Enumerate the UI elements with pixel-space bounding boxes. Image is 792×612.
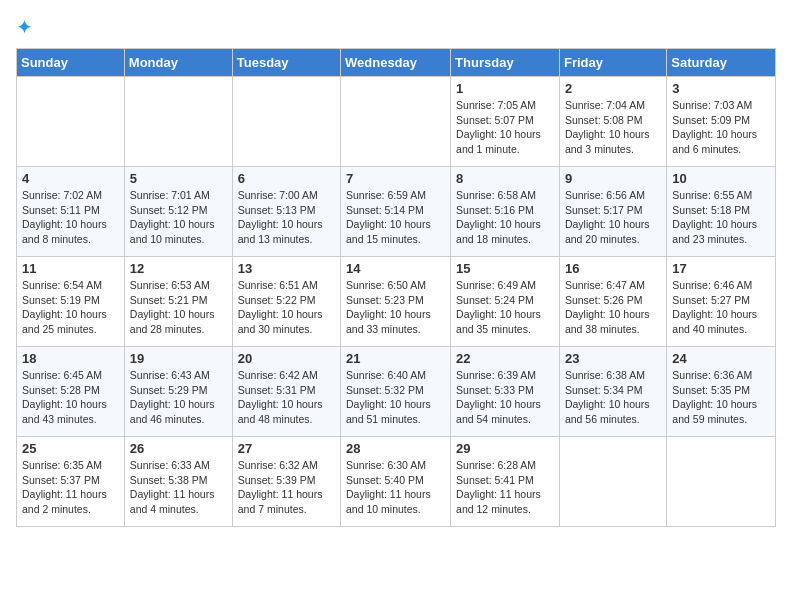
day-header-friday: Friday xyxy=(559,49,666,77)
day-info: Sunrise: 6:30 AM Sunset: 5:40 PM Dayligh… xyxy=(346,458,445,517)
day-number: 28 xyxy=(346,441,445,456)
day-number: 17 xyxy=(672,261,770,276)
svg-text:✦: ✦ xyxy=(16,16,33,38)
calendar-cell: 21Sunrise: 6:40 AM Sunset: 5:32 PM Dayli… xyxy=(341,347,451,437)
day-number: 26 xyxy=(130,441,227,456)
page-container: ✦ SundayMondayTuesdayWednesdayThursdayFr… xyxy=(0,0,792,535)
day-info: Sunrise: 7:01 AM Sunset: 5:12 PM Dayligh… xyxy=(130,188,227,247)
calendar-cell xyxy=(559,437,666,527)
day-number: 2 xyxy=(565,81,661,96)
day-info: Sunrise: 6:49 AM Sunset: 5:24 PM Dayligh… xyxy=(456,278,554,337)
day-header-monday: Monday xyxy=(124,49,232,77)
day-header-tuesday: Tuesday xyxy=(232,49,340,77)
calendar-cell: 25Sunrise: 6:35 AM Sunset: 5:37 PM Dayli… xyxy=(17,437,125,527)
day-number: 13 xyxy=(238,261,335,276)
day-number: 4 xyxy=(22,171,119,186)
day-info: Sunrise: 6:58 AM Sunset: 5:16 PM Dayligh… xyxy=(456,188,554,247)
day-info: Sunrise: 6:33 AM Sunset: 5:38 PM Dayligh… xyxy=(130,458,227,517)
day-info: Sunrise: 6:28 AM Sunset: 5:41 PM Dayligh… xyxy=(456,458,554,517)
calendar-week-2: 4Sunrise: 7:02 AM Sunset: 5:11 PM Daylig… xyxy=(17,167,776,257)
day-number: 29 xyxy=(456,441,554,456)
day-info: Sunrise: 6:46 AM Sunset: 5:27 PM Dayligh… xyxy=(672,278,770,337)
day-number: 20 xyxy=(238,351,335,366)
calendar: SundayMondayTuesdayWednesdayThursdayFrid… xyxy=(16,48,776,527)
day-header-wednesday: Wednesday xyxy=(341,49,451,77)
calendar-cell: 18Sunrise: 6:45 AM Sunset: 5:28 PM Dayli… xyxy=(17,347,125,437)
calendar-cell: 3Sunrise: 7:03 AM Sunset: 5:09 PM Daylig… xyxy=(667,77,776,167)
day-header-sunday: Sunday xyxy=(17,49,125,77)
day-number: 7 xyxy=(346,171,445,186)
day-number: 11 xyxy=(22,261,119,276)
calendar-cell: 14Sunrise: 6:50 AM Sunset: 5:23 PM Dayli… xyxy=(341,257,451,347)
calendar-cell: 19Sunrise: 6:43 AM Sunset: 5:29 PM Dayli… xyxy=(124,347,232,437)
day-number: 21 xyxy=(346,351,445,366)
day-info: Sunrise: 6:39 AM Sunset: 5:33 PM Dayligh… xyxy=(456,368,554,427)
calendar-week-1: 1Sunrise: 7:05 AM Sunset: 5:07 PM Daylig… xyxy=(17,77,776,167)
day-number: 24 xyxy=(672,351,770,366)
calendar-cell: 27Sunrise: 6:32 AM Sunset: 5:39 PM Dayli… xyxy=(232,437,340,527)
day-header-saturday: Saturday xyxy=(667,49,776,77)
calendar-cell: 24Sunrise: 6:36 AM Sunset: 5:35 PM Dayli… xyxy=(667,347,776,437)
calendar-cell: 29Sunrise: 6:28 AM Sunset: 5:41 PM Dayli… xyxy=(451,437,560,527)
day-info: Sunrise: 7:03 AM Sunset: 5:09 PM Dayligh… xyxy=(672,98,770,157)
calendar-cell: 11Sunrise: 6:54 AM Sunset: 5:19 PM Dayli… xyxy=(17,257,125,347)
calendar-cell: 6Sunrise: 7:00 AM Sunset: 5:13 PM Daylig… xyxy=(232,167,340,257)
calendar-cell: 16Sunrise: 6:47 AM Sunset: 5:26 PM Dayli… xyxy=(559,257,666,347)
day-number: 8 xyxy=(456,171,554,186)
calendar-week-5: 25Sunrise: 6:35 AM Sunset: 5:37 PM Dayli… xyxy=(17,437,776,527)
day-number: 9 xyxy=(565,171,661,186)
day-number: 5 xyxy=(130,171,227,186)
calendar-cell: 23Sunrise: 6:38 AM Sunset: 5:34 PM Dayli… xyxy=(559,347,666,437)
calendar-cell xyxy=(17,77,125,167)
day-info: Sunrise: 7:05 AM Sunset: 5:07 PM Dayligh… xyxy=(456,98,554,157)
calendar-cell: 8Sunrise: 6:58 AM Sunset: 5:16 PM Daylig… xyxy=(451,167,560,257)
calendar-cell: 26Sunrise: 6:33 AM Sunset: 5:38 PM Dayli… xyxy=(124,437,232,527)
day-number: 14 xyxy=(346,261,445,276)
day-info: Sunrise: 7:04 AM Sunset: 5:08 PM Dayligh… xyxy=(565,98,661,157)
calendar-cell: 12Sunrise: 6:53 AM Sunset: 5:21 PM Dayli… xyxy=(124,257,232,347)
day-info: Sunrise: 6:36 AM Sunset: 5:35 PM Dayligh… xyxy=(672,368,770,427)
header: ✦ xyxy=(16,16,776,40)
calendar-cell: 4Sunrise: 7:02 AM Sunset: 5:11 PM Daylig… xyxy=(17,167,125,257)
calendar-cell: 28Sunrise: 6:30 AM Sunset: 5:40 PM Dayli… xyxy=(341,437,451,527)
calendar-cell: 20Sunrise: 6:42 AM Sunset: 5:31 PM Dayli… xyxy=(232,347,340,437)
day-number: 10 xyxy=(672,171,770,186)
calendar-cell: 22Sunrise: 6:39 AM Sunset: 5:33 PM Dayli… xyxy=(451,347,560,437)
day-number: 22 xyxy=(456,351,554,366)
day-info: Sunrise: 6:55 AM Sunset: 5:18 PM Dayligh… xyxy=(672,188,770,247)
day-number: 19 xyxy=(130,351,227,366)
calendar-week-3: 11Sunrise: 6:54 AM Sunset: 5:19 PM Dayli… xyxy=(17,257,776,347)
calendar-cell: 17Sunrise: 6:46 AM Sunset: 5:27 PM Dayli… xyxy=(667,257,776,347)
calendar-cell: 5Sunrise: 7:01 AM Sunset: 5:12 PM Daylig… xyxy=(124,167,232,257)
day-number: 27 xyxy=(238,441,335,456)
day-number: 25 xyxy=(22,441,119,456)
calendar-cell: 15Sunrise: 6:49 AM Sunset: 5:24 PM Dayli… xyxy=(451,257,560,347)
logo-icon: ✦ xyxy=(16,16,40,40)
day-info: Sunrise: 6:59 AM Sunset: 5:14 PM Dayligh… xyxy=(346,188,445,247)
logo: ✦ xyxy=(16,16,44,40)
day-info: Sunrise: 6:43 AM Sunset: 5:29 PM Dayligh… xyxy=(130,368,227,427)
calendar-cell: 7Sunrise: 6:59 AM Sunset: 5:14 PM Daylig… xyxy=(341,167,451,257)
day-info: Sunrise: 6:53 AM Sunset: 5:21 PM Dayligh… xyxy=(130,278,227,337)
day-number: 1 xyxy=(456,81,554,96)
calendar-cell: 9Sunrise: 6:56 AM Sunset: 5:17 PM Daylig… xyxy=(559,167,666,257)
calendar-cell: 1Sunrise: 7:05 AM Sunset: 5:07 PM Daylig… xyxy=(451,77,560,167)
day-info: Sunrise: 6:42 AM Sunset: 5:31 PM Dayligh… xyxy=(238,368,335,427)
calendar-cell: 10Sunrise: 6:55 AM Sunset: 5:18 PM Dayli… xyxy=(667,167,776,257)
day-info: Sunrise: 6:51 AM Sunset: 5:22 PM Dayligh… xyxy=(238,278,335,337)
calendar-header-row: SundayMondayTuesdayWednesdayThursdayFrid… xyxy=(17,49,776,77)
day-info: Sunrise: 6:40 AM Sunset: 5:32 PM Dayligh… xyxy=(346,368,445,427)
day-info: Sunrise: 6:54 AM Sunset: 5:19 PM Dayligh… xyxy=(22,278,119,337)
calendar-cell: 2Sunrise: 7:04 AM Sunset: 5:08 PM Daylig… xyxy=(559,77,666,167)
day-info: Sunrise: 7:02 AM Sunset: 5:11 PM Dayligh… xyxy=(22,188,119,247)
day-info: Sunrise: 6:50 AM Sunset: 5:23 PM Dayligh… xyxy=(346,278,445,337)
calendar-cell xyxy=(232,77,340,167)
day-info: Sunrise: 6:47 AM Sunset: 5:26 PM Dayligh… xyxy=(565,278,661,337)
day-info: Sunrise: 6:32 AM Sunset: 5:39 PM Dayligh… xyxy=(238,458,335,517)
day-number: 6 xyxy=(238,171,335,186)
day-header-thursday: Thursday xyxy=(451,49,560,77)
calendar-week-4: 18Sunrise: 6:45 AM Sunset: 5:28 PM Dayli… xyxy=(17,347,776,437)
day-number: 3 xyxy=(672,81,770,96)
calendar-cell xyxy=(341,77,451,167)
day-number: 12 xyxy=(130,261,227,276)
